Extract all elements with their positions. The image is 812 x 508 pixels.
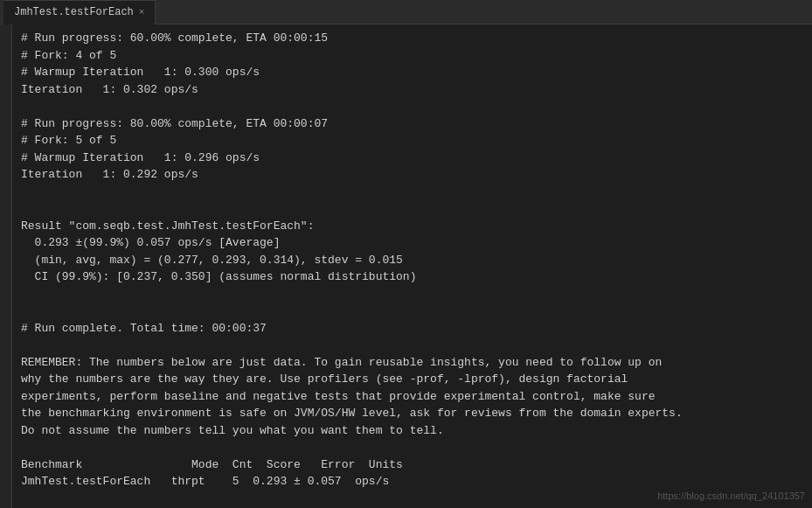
output-line: [21, 98, 803, 115]
output-line: # Run progress: 80.00% complete, ETA 00:…: [21, 115, 803, 133]
output-line: why the numbers are the way they are. Us…: [21, 371, 803, 388]
output-area[interactable]: # Run progress: 60.00% complete, ETA 00:…: [12, 24, 812, 508]
output-line: REMEMBER: The numbers below are just dat…: [21, 354, 803, 372]
output-line: [21, 286, 803, 303]
output-line: [21, 200, 803, 218]
output-line: # Run progress: 60.00% complete, ETA 00:…: [21, 30, 803, 47]
output-line: # Warmup Iteration 1: 0.296 ops/s: [21, 150, 803, 167]
output-line: experiments, perform baseline and negati…: [21, 388, 803, 406]
close-icon[interactable]: ×: [139, 7, 145, 17]
output-line: 0.293 ±(99.9%) 0.057 ops/s [Average]: [21, 234, 803, 252]
output-line: Do not assume the numbers tell you what …: [21, 422, 803, 440]
output-line: Result "com.seqb.test.JmhTest.testForEac…: [21, 218, 803, 235]
left-gutter: [0, 24, 12, 508]
output-line: # Run complete. Total time: 00:00:37: [21, 320, 803, 338]
output-line: [21, 303, 803, 320]
output-line: Iteration 1: 0.292 ops/s: [21, 166, 803, 184]
output-line: CI (99.9%): [0.237, 0.350] (assumes norm…: [21, 268, 803, 286]
output-line: [21, 337, 803, 354]
output-line: (min, avg, max) = (0.277, 0.293, 0.314),…: [21, 252, 803, 269]
output-line: # Fork: 4 of 5: [21, 47, 803, 65]
output-line: [21, 439, 803, 456]
tab-label: JmhTest.testForEach: [14, 6, 134, 18]
output-line: Benchmark Mode Cnt Score Error Units: [21, 456, 803, 474]
output-line: JmhTest.testForEach thrpt 5 0.293 ± 0.05…: [21, 473, 803, 491]
output-line: the benchmarking environment is safe on …: [21, 405, 803, 422]
output-line: [21, 184, 803, 201]
watermark: https://blog.csdn.net/qq_24101357: [657, 491, 805, 501]
tab-jmhtest[interactable]: JmhTest.testForEach ×: [3, 0, 156, 24]
output-line: Iteration 1: 0.302 ops/s: [21, 81, 803, 99]
output-line: # Fork: 5 of 5: [21, 132, 803, 150]
tab-bar: JmhTest.testForEach ×: [0, 0, 812, 24]
output-line: # Warmup Iteration 1: 0.300 ops/s: [21, 64, 803, 81]
